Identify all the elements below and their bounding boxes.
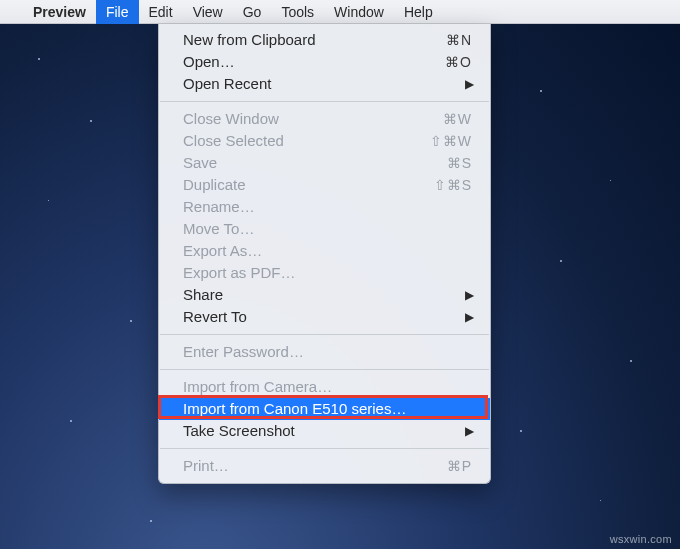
menu-item-shortcut: ⌘S [447,152,472,174]
menu-separator [160,448,489,449]
star [560,260,562,262]
menu-item-shortcut: ⌘W [443,108,472,130]
menu-item-export-as: Export As… [159,240,490,262]
menu-item-shortcut: ⌘P [447,455,472,477]
menu-item-duplicate: Duplicate⇧⌘S [159,174,490,196]
menu-item-enter-password: Enter Password… [159,341,490,363]
star [38,58,40,60]
menu-item-label: Import from Canon E510 series… [183,398,406,420]
menu-item-label: Take Screenshot [183,420,295,442]
menu-item-label: Export As… [183,240,262,262]
menu-go[interactable]: Go [233,0,272,24]
menu-item-open[interactable]: Open…⌘O [159,51,490,73]
menu-separator [160,334,489,335]
menu-item-label: Export as PDF… [183,262,296,284]
menu-item-label: Rename… [183,196,255,218]
menu-item-label: Save [183,152,217,174]
menu-item-close-window: Close Window⌘W [159,108,490,130]
star [610,180,611,181]
menu-item-label: Enter Password… [183,341,304,363]
file-menu-dropdown: New from Clipboard⌘NOpen…⌘OOpen Recent▶C… [158,24,491,484]
star [90,120,92,122]
desktop-background: Preview FileEditViewGoToolsWindowHelp Ne… [0,0,680,549]
menu-separator [160,369,489,370]
menu-item-open-recent[interactable]: Open Recent▶ [159,73,490,95]
menu-item-label: Revert To [183,306,247,328]
menu-item-label: Print… [183,455,229,477]
menu-view[interactable]: View [183,0,233,24]
menu-item-export-as-pdf: Export as PDF… [159,262,490,284]
menu-bar: Preview FileEditViewGoToolsWindowHelp [0,0,680,24]
menu-item-label: Open… [183,51,235,73]
star [520,430,522,432]
menu-item-move-to: Move To… [159,218,490,240]
star [130,320,132,322]
menu-item-label: Move To… [183,218,254,240]
menu-item-shortcut: ⌘N [446,29,472,51]
menu-separator [160,101,489,102]
menu-window[interactable]: Window [324,0,394,24]
menu-item-print: Print…⌘P [159,455,490,477]
menu-file[interactable]: File [96,0,139,24]
menu-item-label: Open Recent [183,73,271,95]
menu-item-label: Close Window [183,108,279,130]
watermark: wsxwin.com [610,533,672,545]
menu-item-share[interactable]: Share▶ [159,284,490,306]
menu-edit[interactable]: Edit [139,0,183,24]
chevron-right-icon: ▶ [465,284,474,306]
star [48,200,49,201]
menu-item-shortcut: ⇧⌘W [430,130,472,152]
menu-item-label: Duplicate [183,174,246,196]
star [150,520,152,522]
menu-item-save: Save⌘S [159,152,490,174]
star [70,420,72,422]
menu-item-label: New from Clipboard [183,29,316,51]
app-menu[interactable]: Preview [23,0,96,24]
menu-item-label: Import from Camera… [183,376,332,398]
menu-help[interactable]: Help [394,0,443,24]
menu-item-close-selected: Close Selected⇧⌘W [159,130,490,152]
apple-menu[interactable] [10,0,23,24]
menu-item-new-from-clipboard[interactable]: New from Clipboard⌘N [159,29,490,51]
menu-tools[interactable]: Tools [271,0,324,24]
star [600,500,601,501]
menu-item-label: Share [183,284,223,306]
star [630,360,632,362]
chevron-right-icon: ▶ [465,306,474,328]
menu-item-import-from-camera: Import from Camera… [159,376,490,398]
menu-item-shortcut: ⇧⌘S [434,174,472,196]
menu-item-import-from-canon-e510-series[interactable]: Import from Canon E510 series… [159,398,490,420]
menu-item-take-screenshot[interactable]: Take Screenshot▶ [159,420,490,442]
menu-item-revert-to[interactable]: Revert To▶ [159,306,490,328]
chevron-right-icon: ▶ [465,420,474,442]
chevron-right-icon: ▶ [465,73,474,95]
menu-item-shortcut: ⌘O [445,51,472,73]
star [540,90,542,92]
menu-item-label: Close Selected [183,130,284,152]
menu-item-rename: Rename… [159,196,490,218]
